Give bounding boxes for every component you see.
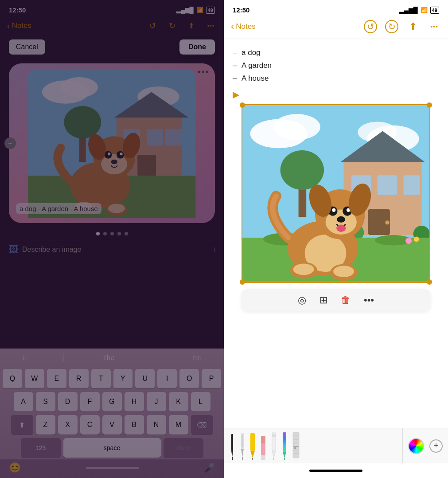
dash-3: – (233, 74, 237, 83)
back-button-right[interactable]: ‹ Notes (231, 21, 256, 32)
svg-marker-87 (272, 451, 276, 458)
signal-icon-right: ▂▄▆█ (399, 7, 418, 14)
undo-button-right[interactable]: ↺ (364, 20, 377, 33)
list-item-2-text: A garden (242, 61, 272, 70)
redo-button-right[interactable]: ↻ (385, 20, 398, 33)
svg-point-46 (280, 150, 324, 190)
list-item-1-text: a dog (242, 48, 261, 57)
orange-arrow: ▶ (233, 89, 439, 100)
svg-rect-92 (293, 432, 299, 458)
svg-point-61 (332, 208, 335, 212)
more-options-icon[interactable]: ••• (364, 294, 374, 306)
svg-point-53 (405, 238, 412, 244)
home-indicator-area (224, 463, 448, 478)
svg-rect-89 (283, 432, 286, 452)
svg-point-64 (336, 225, 346, 232)
svg-rect-39 (403, 175, 420, 195)
dim-overlay (0, 0, 224, 478)
left-panel: 12:50 ▂▄▆█ 📶 49 ‹ Notes ↺ ↻ ⬆ ••• Cancel (0, 0, 224, 478)
svg-rect-82 (261, 436, 265, 443)
share-button-right[interactable]: ⬆ (406, 20, 420, 33)
tool-highlighter-yellow[interactable] (249, 433, 256, 460)
home-indicator-right (309, 470, 362, 472)
status-bar-right: 12:50 ▂▄▆█ 📶 49 (224, 0, 448, 16)
handle-tl[interactable] (240, 102, 245, 108)
svg-rect-86 (272, 434, 276, 437)
more-button-right[interactable]: ••• (428, 20, 441, 33)
nav-bar-right: ‹ Notes ↺ ↻ ⬆ ••• (224, 16, 448, 39)
svg-point-70 (333, 266, 354, 277)
handle-bl[interactable] (240, 279, 245, 285)
svg-marker-79 (250, 451, 255, 458)
list-item-3: – A house (233, 72, 439, 85)
svg-point-32 (273, 114, 320, 140)
time-right: 12:50 (233, 6, 249, 14)
status-icons-right: ▂▄▆█ 📶 49 (399, 7, 439, 14)
tool-eraser[interactable] (260, 433, 266, 460)
svg-rect-78 (250, 433, 255, 451)
svg-rect-38 (378, 175, 397, 195)
add-to-note-icon[interactable]: ⊞ (319, 294, 327, 306)
handle-tr[interactable] (427, 102, 432, 108)
svg-marker-76 (241, 449, 244, 457)
dog-image-right (242, 105, 429, 282)
battery-icon-right: 49 (430, 7, 439, 14)
note-content[interactable]: – a dog – A garden – A house ▶ (224, 39, 448, 428)
tool-ruler[interactable]: 80 (292, 432, 300, 460)
add-tool-button[interactable]: + (429, 439, 443, 453)
svg-point-54 (414, 237, 419, 242)
handle-br[interactable] (427, 279, 432, 285)
list-item-1: – a dog (233, 46, 439, 59)
dash-2: – (233, 61, 237, 70)
notes-title-right: Notes (236, 22, 255, 31)
color-wheel-button[interactable] (408, 438, 424, 454)
plus-icon: + (434, 441, 439, 451)
tools-section: 80 (224, 428, 403, 463)
image-container-right[interactable] (242, 104, 430, 283)
delete-icon[interactable]: 🗑 (341, 294, 351, 306)
svg-rect-84 (261, 455, 265, 460)
tools-right-section: + (403, 435, 448, 458)
list-item-3-text: A house (242, 74, 269, 83)
tool-fineliner[interactable] (240, 433, 245, 460)
dash-1: – (233, 48, 237, 57)
image-toolbar: ◎ ⊞ 🗑 ••• (242, 289, 430, 311)
list-item-2: – A garden (233, 59, 439, 72)
tool-gradient-marker[interactable] (281, 432, 288, 460)
svg-marker-72 (231, 451, 233, 457)
wifi-icon-right: 📶 (421, 7, 428, 13)
svg-marker-90 (283, 452, 286, 458)
drawing-tools-bar: 80 + (224, 428, 448, 463)
tool-black-marker[interactable] (229, 434, 235, 460)
nav-icons-right: ↺ ↻ ⬆ ••• (364, 20, 441, 33)
svg-point-63 (337, 216, 345, 223)
svg-text:80: 80 (294, 447, 296, 449)
svg-rect-75 (242, 435, 243, 447)
tool-pencil-white[interactable] (271, 432, 277, 460)
svg-point-69 (293, 264, 314, 275)
chevron-left-icon-right: ‹ (231, 21, 234, 32)
svg-point-41 (385, 220, 389, 224)
svg-rect-71 (231, 434, 233, 451)
right-panel: 12:50 ▂▄▆█ 📶 49 ‹ Notes ↺ ↻ ⬆ ••• – a do… (224, 0, 448, 478)
viewfinder-icon[interactable]: ◎ (298, 294, 306, 306)
